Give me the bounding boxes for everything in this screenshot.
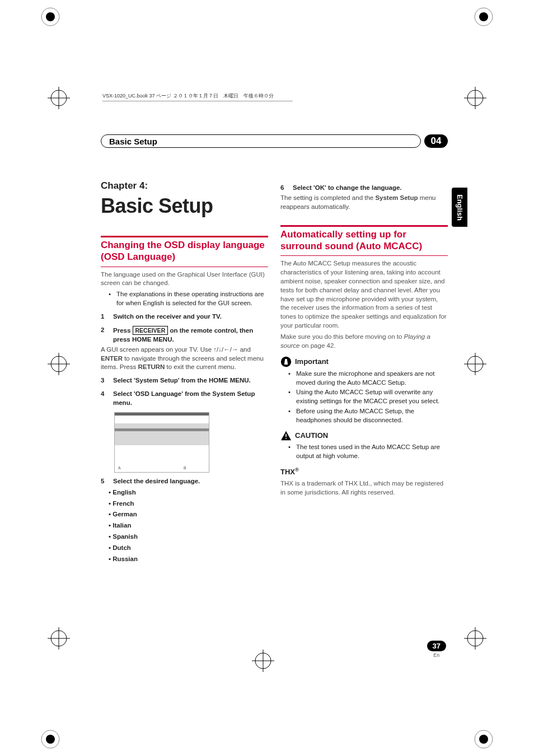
- step-4: 4 Select 'OSD Language' from the System …: [101, 390, 268, 408]
- crop-mark-tl: [39, 6, 62, 28]
- registration-mark: [464, 87, 486, 109]
- step-6-body: The setting is completed and the System …: [280, 194, 448, 212]
- step-3: 3 Select 'System Setup' from the HOME ME…: [101, 376, 268, 385]
- lang-item-german: German: [109, 510, 268, 519]
- content: Chapter 4: Basic Setup Changing the OSD …: [101, 179, 448, 566]
- step-text-pre: Press: [113, 327, 133, 334]
- registered-icon: ®: [295, 467, 299, 473]
- section-header-title: Basic Setup: [109, 137, 157, 146]
- arrow-up-icon: ↑: [213, 346, 217, 353]
- step-num: 1: [101, 312, 107, 321]
- bullet-dot: •: [288, 407, 293, 425]
- step-text: Select 'OSD Language' from the System Se…: [113, 390, 268, 408]
- osd-note-bullet: •The explanations in these operating ins…: [109, 290, 268, 308]
- enter-label: ENTER: [101, 355, 123, 362]
- caution-list: •The test tones used in the Auto MCACC S…: [288, 443, 448, 461]
- caution-heading: CAUTION: [280, 431, 448, 441]
- arrow-down-icon: ↓: [218, 346, 222, 353]
- return-label: RETURN: [138, 363, 165, 370]
- step-6: 6 Select 'OK' to change the language.: [280, 184, 448, 193]
- step-num: 2: [101, 326, 107, 344]
- osd-intro: The language used on the Graphical User …: [101, 270, 268, 288]
- step-text: Press RECEIVER on the remote control, th…: [113, 326, 268, 344]
- arrow-right-icon: →: [232, 346, 238, 353]
- page: VSX-1020_UC.book 37 ページ ２０１０年１月７日 木曜日 午後…: [76, 76, 462, 664]
- book-file-header: VSX-1020_UC.book 37 ページ ２０１０年１月７日 木曜日 午後…: [102, 92, 293, 101]
- registration-mark: [48, 353, 70, 375]
- lang-item-italian: Italian: [109, 521, 268, 530]
- svg-point-5: [46, 735, 55, 744]
- caution-icon: [280, 431, 292, 441]
- bullet-dot: •: [109, 290, 113, 308]
- svg-rect-31: [285, 438, 287, 439]
- bullet-dot: •: [288, 443, 293, 461]
- step-1: 1 Switch on the receiver and your TV.: [101, 312, 268, 321]
- thx-heading: THX®: [280, 466, 448, 477]
- important-item-1: Make sure the microphone and speakers ar…: [296, 370, 448, 388]
- caution-item-1: The test tones used in the Auto MCACC Se…: [296, 443, 448, 461]
- step-text: Switch on the receiver and your TV.: [113, 312, 268, 321]
- lang-item-spanish: Spanish: [109, 533, 268, 542]
- registration-mark: [464, 627, 486, 650]
- page-number-badge: 37: [427, 641, 446, 651]
- crop-mark-tr: [472, 6, 495, 28]
- crop-mark-br: [472, 728, 495, 750]
- section-header: Basic Setup 04: [101, 134, 448, 148]
- text: to exit the current menu.: [165, 363, 236, 370]
- lang-item-russian: Russian: [109, 555, 268, 564]
- registration-mark: [464, 353, 486, 375]
- chapter-label: Chapter 4:: [101, 179, 268, 192]
- gui-screenshot: [114, 412, 209, 473]
- section-header-title-wrap: Basic Setup: [101, 134, 421, 148]
- mcacc-para2: Make sure you do this before moving on t…: [280, 333, 448, 351]
- step-num: 5: [101, 477, 107, 486]
- step-text: Select the desired language.: [113, 477, 268, 486]
- step-num: 6: [280, 184, 287, 193]
- page-number: 37 En: [427, 641, 446, 658]
- chapter-title: Basic Setup: [101, 192, 268, 220]
- lang-item-french: French: [109, 500, 268, 508]
- important-item-2: Using the Auto MCACC Setup will overwrit…: [296, 388, 448, 406]
- step-text: Select 'System Setup' from the HOME MENU…: [113, 376, 268, 385]
- svg-point-1: [46, 12, 55, 21]
- svg-point-7: [479, 735, 488, 744]
- text: A GUI screen appears on your TV. Use: [101, 346, 213, 353]
- step-num: 3: [101, 376, 107, 385]
- thx-label: THX: [280, 468, 295, 476]
- text: on page 42.: [300, 342, 336, 349]
- important-heading: Important: [280, 356, 448, 367]
- svg-point-3: [479, 12, 488, 21]
- bullet-dot: •: [288, 388, 293, 406]
- right-column: 6 Select 'OK' to change the language. Th…: [280, 179, 448, 566]
- registration-mark: [48, 87, 70, 109]
- registration-mark: [48, 627, 70, 650]
- language-tab: English: [452, 188, 467, 227]
- text: The setting is completed and the: [280, 194, 375, 201]
- arrow-left-icon: ←: [223, 346, 230, 353]
- lang-item-english: English: [109, 488, 268, 497]
- bullet-dot: •: [288, 370, 293, 388]
- step-text: Select 'OK' to change the language.: [293, 184, 448, 193]
- system-setup-label: System Setup: [375, 194, 418, 201]
- step-5: 5 Select the desired language.: [101, 477, 268, 486]
- receiver-button-label: RECEIVER: [133, 326, 168, 335]
- lang-item-dutch: Dutch: [109, 544, 268, 553]
- crop-mark-bl: [39, 728, 62, 750]
- svg-rect-30: [285, 434, 287, 437]
- step-2: 2 Press RECEIVER on the remote control, …: [101, 326, 268, 344]
- important-icon: [280, 356, 292, 367]
- section-header-number: 04: [424, 134, 448, 148]
- text: Make sure you do this before moving on t…: [280, 333, 404, 340]
- important-item-3: Before using the Auto MCACC Setup, the h…: [296, 407, 448, 425]
- heading-osd-language: Changing the OSD display language (OSD L…: [101, 236, 268, 263]
- thx-body: THX is a trademark of THX Ltd., which ma…: [280, 479, 448, 497]
- page-number-lang: En: [427, 652, 446, 658]
- left-column: Chapter 4: Basic Setup Changing the OSD …: [101, 179, 268, 566]
- osd-note-text: The explanations in these operating inst…: [116, 290, 268, 308]
- heading-auto-mcacc: Automatically setting up for surround so…: [280, 225, 448, 253]
- text: and: [238, 346, 250, 353]
- language-list: English French German Italian Spanish Du…: [109, 488, 268, 564]
- mcacc-para1: The Auto MCACC Setup measures the acoust…: [280, 259, 448, 330]
- important-label: Important: [295, 357, 329, 367]
- caution-label: CAUTION: [295, 431, 328, 441]
